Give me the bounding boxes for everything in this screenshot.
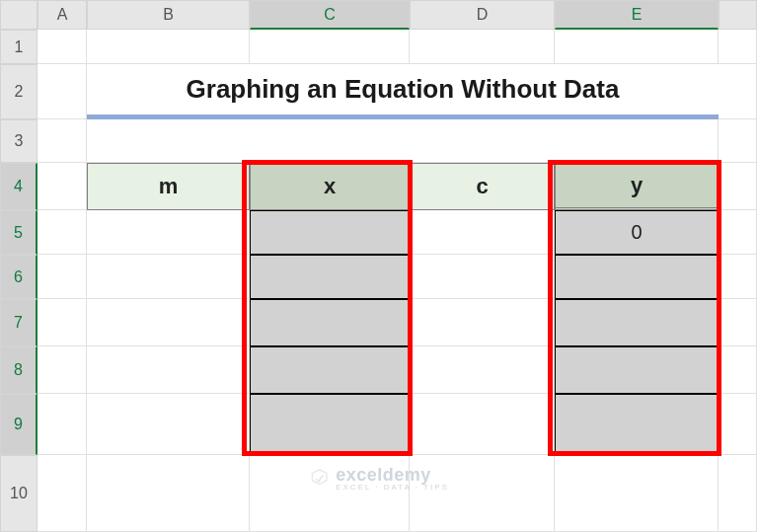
cell-b1[interactable] [87, 30, 250, 64]
cell-edge-2 [719, 64, 757, 119]
watermark: exceldemy EXCEL · DATA · TIPS [308, 466, 449, 492]
watermark-tagline: EXCEL · DATA · TIPS [336, 484, 449, 492]
cell-edge-6 [719, 255, 757, 299]
cell-c5[interactable] [250, 210, 410, 255]
cell-edge-9 [719, 394, 757, 455]
cell-a8[interactable] [38, 346, 87, 394]
cell-merged-3[interactable] [87, 119, 719, 163]
cell-e8[interactable] [555, 346, 719, 394]
cell-a7[interactable] [38, 299, 87, 346]
row-header-10[interactable]: 10 [0, 455, 38, 532]
cell-edge-3 [719, 119, 757, 163]
cell-b5[interactable] [87, 210, 250, 255]
cell-d6[interactable] [410, 255, 555, 299]
col-header-b[interactable]: B [87, 0, 250, 30]
col-header-c[interactable]: C [250, 0, 410, 30]
row-header-6[interactable]: 6 [0, 255, 38, 299]
row-header-9[interactable]: 9 [0, 394, 38, 455]
cell-edge-4 [719, 163, 757, 210]
cell-c8[interactable] [250, 346, 410, 394]
table-header-x[interactable]: x [250, 163, 410, 210]
cell-d8[interactable] [410, 346, 555, 394]
watermark-icon [308, 468, 330, 490]
cell-e1[interactable] [555, 30, 719, 64]
cell-e10[interactable] [555, 455, 719, 532]
col-header-d[interactable]: D [410, 0, 555, 30]
cell-d1[interactable] [410, 30, 555, 64]
cell-edge-7 [719, 299, 757, 346]
cell-a1[interactable] [38, 30, 87, 64]
row-header-8[interactable]: 8 [0, 346, 38, 394]
cell-e5[interactable]: 0 [555, 210, 719, 255]
row-header-3[interactable]: 3 [0, 119, 38, 163]
cell-e9[interactable] [555, 394, 719, 455]
spreadsheet-grid: A B C D E 1 2 Graphing an Equation Witho… [0, 0, 757, 532]
col-header-a[interactable]: A [38, 0, 87, 30]
cell-edge-5 [719, 210, 757, 255]
row-header-1[interactable]: 1 [0, 30, 38, 64]
cell-d5[interactable] [410, 210, 555, 255]
watermark-name: exceldemy [336, 466, 449, 484]
select-all-corner[interactable] [0, 0, 38, 30]
cell-a2[interactable] [38, 64, 87, 119]
cell-c1[interactable] [250, 30, 410, 64]
cell-edge-8 [719, 346, 757, 394]
col-header-e[interactable]: E [555, 0, 719, 30]
col-header-blank [719, 0, 757, 30]
cell-a10[interactable] [38, 455, 87, 532]
table-header-y[interactable]: y [555, 163, 719, 210]
cell-edge-1 [719, 30, 757, 64]
cell-e6[interactable] [555, 255, 719, 299]
cell-edge-10 [719, 455, 757, 532]
cell-b10[interactable] [87, 455, 250, 532]
cell-a9[interactable] [38, 394, 87, 455]
cell-a3[interactable] [38, 119, 87, 163]
cell-c7[interactable] [250, 299, 410, 346]
row-header-4[interactable]: 4 [0, 163, 38, 210]
row-header-2[interactable]: 2 [0, 64, 38, 119]
cell-a5[interactable] [38, 210, 87, 255]
cell-d9[interactable] [410, 394, 555, 455]
cell-a6[interactable] [38, 255, 87, 299]
cell-b7[interactable] [87, 299, 250, 346]
table-header-c[interactable]: c [410, 163, 555, 210]
cell-c6[interactable] [250, 255, 410, 299]
cell-b6[interactable] [87, 255, 250, 299]
cell-a4[interactable] [38, 163, 87, 210]
cell-b9[interactable] [87, 394, 250, 455]
row-header-7[interactable]: 7 [0, 299, 38, 346]
row-header-5[interactable]: 5 [0, 210, 38, 255]
cell-b8[interactable] [87, 346, 250, 394]
cell-d7[interactable] [410, 299, 555, 346]
page-title: Graphing an Equation Without Data [87, 64, 719, 119]
table-header-m[interactable]: m [87, 163, 250, 210]
cell-c9[interactable] [250, 394, 410, 455]
cell-e7[interactable] [555, 299, 719, 346]
